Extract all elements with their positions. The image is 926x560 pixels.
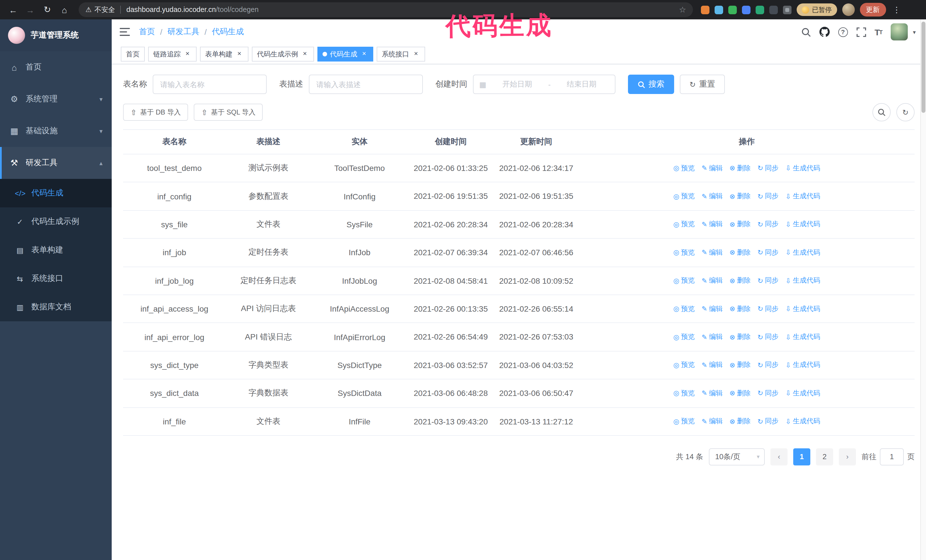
extension-icon[interactable] [742,5,750,14]
generate-code-button[interactable]: ⇩生成代码 [785,192,820,201]
help-icon[interactable]: ? [838,27,848,37]
back-icon[interactable]: ← [6,2,21,17]
generate-code-button[interactable]: ⇩生成代码 [785,304,820,314]
preview-button[interactable]: ◎预览 [673,248,694,258]
import-sql-button[interactable]: ⇧ 基于 SQL 导入 [194,104,263,121]
preview-button[interactable]: ◎预览 [673,192,694,201]
edit-button[interactable]: ✎编辑 [702,332,723,342]
tag-close-icon[interactable]: × [235,50,243,58]
sync-button[interactable]: ↻同步 [757,192,778,201]
sidebar-item-form-builder[interactable]: ▤ 表单构建 [0,236,112,264]
tag-system-api[interactable]: 系统接口 × [377,47,425,62]
sidebar-item-codegen-demo[interactable]: ✓ 代码生成示例 [0,207,112,236]
sync-button[interactable]: ↻同步 [757,304,778,314]
tag-close-icon[interactable]: × [183,50,191,58]
sidebar-item-home[interactable]: ⌂ 首页 [0,51,112,83]
sync-button[interactable]: ↻同步 [757,388,778,398]
preview-button[interactable]: ◎预览 [673,360,694,370]
preview-button[interactable]: ◎预览 [673,163,694,173]
toggle-search-button[interactable] [872,103,891,121]
sync-button[interactable]: ↻同步 [757,248,778,258]
generate-code-button[interactable]: ⇩生成代码 [785,220,820,229]
generate-code-button[interactable]: ⇩生成代码 [785,163,820,173]
preview-button[interactable]: ◎预览 [673,417,694,426]
edit-button[interactable]: ✎编辑 [702,360,723,370]
delete-button[interactable]: ⊗删除 [729,332,750,342]
edit-button[interactable]: ✎编辑 [702,192,723,201]
browser-profile-avatar[interactable] [842,3,855,16]
extension-icon[interactable] [714,5,723,14]
address-bar[interactable]: ⚠ 不安全 dashboard.yudao.iocoder.cn/tool/co… [79,2,693,17]
generate-code-button[interactable]: ⇩生成代码 [785,248,820,258]
generate-code-button[interactable]: ⇩生成代码 [785,276,820,286]
forward-icon[interactable]: → [23,2,38,17]
edit-button[interactable]: ✎编辑 [702,276,723,286]
avatar-caret-icon[interactable]: ▾ [913,29,916,35]
edit-button[interactable]: ✎编辑 [702,304,723,314]
extension-icon[interactable] [728,5,737,14]
bookmark-star-icon[interactable]: ☆ [679,5,686,14]
edit-button[interactable]: ✎编辑 [702,248,723,258]
generate-code-button[interactable]: ⇩生成代码 [785,360,820,370]
edit-button[interactable]: ✎编辑 [702,417,723,426]
sidebar-item-codegen[interactable]: </> 代码生成 [0,179,112,207]
security-label[interactable]: 不安全 [95,5,115,15]
sidebar-item-dev-tools[interactable]: ⚒ 研发工具 ▴ [0,147,112,179]
preview-button[interactable]: ◎预览 [673,388,694,398]
user-avatar[interactable] [891,23,908,41]
generate-code-button[interactable]: ⇩生成代码 [785,417,820,426]
extension-icon[interactable] [701,5,710,14]
reset-button[interactable]: ↻ 重置 [680,75,725,94]
delete-button[interactable]: ⊗删除 [729,220,750,229]
tag-close-icon[interactable]: × [301,50,309,58]
preview-button[interactable]: ◎预览 [673,220,694,229]
delete-button[interactable]: ⊗删除 [729,276,750,286]
paused-extension-badge[interactable]: 已暂停 [797,3,837,16]
preview-button[interactable]: ◎预览 [673,276,694,286]
preview-button[interactable]: ◎预览 [673,332,694,342]
scrollbar-thumb[interactable] [921,22,925,113]
tag-close-icon[interactable]: × [360,50,368,58]
browser-menu-icon[interactable]: ⋮ [891,5,902,14]
search-button[interactable]: 搜索 [628,75,674,94]
extension-icon[interactable] [756,5,764,14]
collapse-sidebar-icon[interactable] [120,27,130,36]
reload-icon[interactable]: ↻ [40,2,55,17]
page-size-select[interactable]: 10条/页 ▾ [709,448,765,465]
delete-button[interactable]: ⊗删除 [729,248,750,258]
prev-page-button[interactable]: ‹ [770,448,788,465]
page-button-1[interactable]: 1 [793,448,810,465]
tag-tracing[interactable]: 链路追踪 × [148,47,197,62]
sidebar-item-db-docs[interactable]: ▥ 数据库文档 [0,293,112,321]
tag-codegen-demo[interactable]: 代码生成示例 × [252,47,314,62]
browser-home-icon[interactable]: ⌂ [57,2,72,17]
sidebar-item-system-api[interactable]: ⇆ 系统接口 [0,264,112,293]
browser-update-button[interactable]: 更新 [859,3,886,17]
delete-button[interactable]: ⊗删除 [729,417,750,426]
font-size-icon[interactable]: TT [875,27,882,37]
generate-code-button[interactable]: ⇩生成代码 [785,332,820,342]
page-button-2[interactable]: 2 [816,448,833,465]
refresh-table-button[interactable]: ↻ [896,103,915,121]
breadcrumb-home[interactable]: 首页 [139,27,155,37]
tag-home[interactable]: 首页 × [121,47,145,62]
sync-button[interactable]: ↻同步 [757,332,778,342]
sync-button[interactable]: ↻同步 [757,220,778,229]
table-name-input[interactable] [153,75,267,94]
extension-icon[interactable] [769,5,778,14]
sidebar-item-infrastructure[interactable]: ▦ 基础设施 ▾ [0,115,112,147]
edit-button[interactable]: ✎编辑 [702,388,723,398]
preview-button[interactable]: ◎预览 [673,304,694,314]
edit-button[interactable]: ✎编辑 [702,163,723,173]
tag-form-builder[interactable]: 表单构建 × [200,47,248,62]
delete-button[interactable]: ⊗删除 [729,388,750,398]
goto-page-input[interactable] [880,448,904,465]
tag-codegen[interactable]: 代码生成 × [318,47,373,62]
delete-button[interactable]: ⊗删除 [729,192,750,201]
edit-button[interactable]: ✎编辑 [702,220,723,229]
search-icon[interactable] [801,27,811,37]
sidebar-item-system-management[interactable]: ⚙ 系统管理 ▾ [0,83,112,115]
create-time-range-picker[interactable]: ▦ 开始日期 - 结束日期 [473,75,616,94]
delete-button[interactable]: ⊗删除 [729,360,750,370]
next-page-button[interactable]: › [839,448,856,465]
